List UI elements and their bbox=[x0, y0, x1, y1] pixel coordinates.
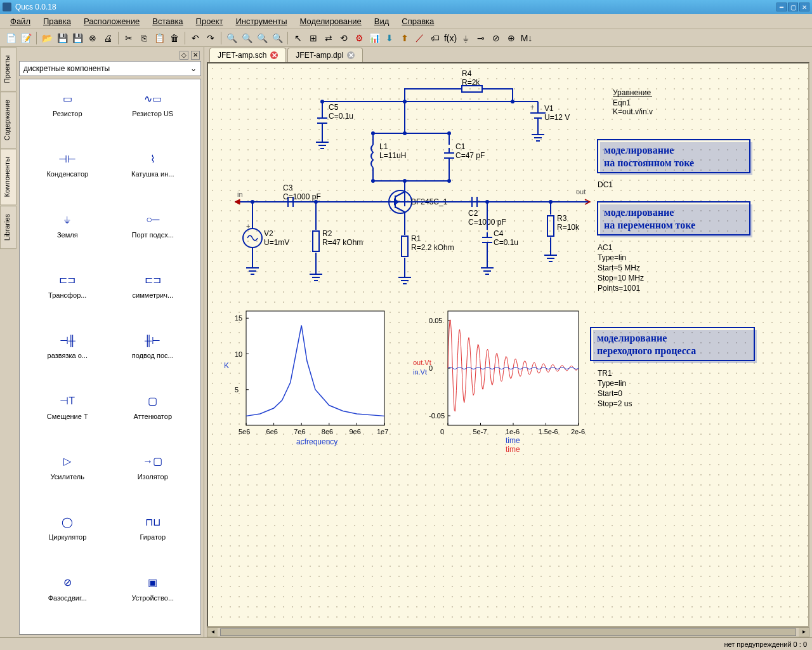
svg-text:in.Vt: in.Vt bbox=[413, 368, 427, 376]
open-icon[interactable]: 📂 bbox=[40, 31, 54, 45]
redo-icon[interactable]: ↷ bbox=[204, 31, 218, 45]
close-button[interactable]: ✕ bbox=[799, 3, 809, 11]
component-item[interactable]: ○─Порт подсх... bbox=[110, 206, 196, 266]
menu-file[interactable]: Файл bbox=[5, 15, 36, 27]
component-icon[interactable]: ⊞ bbox=[306, 31, 320, 45]
new-text-icon[interactable]: 📝 bbox=[19, 31, 33, 45]
zoom-fit-icon[interactable]: 🔍 bbox=[225, 31, 239, 45]
component-item[interactable]: ▷Усилитель bbox=[25, 448, 110, 508]
component-category-select[interactable]: дискретные компоненты ⌄ bbox=[19, 61, 201, 76]
component-item[interactable]: ⊓⊔Гиратор bbox=[110, 508, 196, 568]
save-all-icon[interactable]: 💾 bbox=[70, 31, 84, 45]
component-item[interactable]: ⊣⊢Конденсатор bbox=[25, 145, 110, 205]
scroll-left-icon[interactable]: ◂ bbox=[207, 628, 218, 637]
menu-help[interactable]: Справка bbox=[396, 15, 439, 27]
detach-icon[interactable]: ◇ bbox=[180, 51, 188, 60]
select-icon[interactable]: ↖ bbox=[291, 31, 305, 45]
component-item[interactable]: ⏚Земля bbox=[25, 206, 110, 266]
deactivate-icon[interactable]: ⊘ bbox=[489, 31, 503, 45]
component-item[interactable]: ⊘Фазосдвиг... bbox=[25, 569, 110, 629]
component-item[interactable]: ⊣TСмещение T bbox=[25, 387, 110, 448]
close-tab-icon[interactable]: ✕ bbox=[347, 51, 355, 59]
svg-text:DC1: DC1 bbox=[598, 180, 613, 189]
copy-icon[interactable]: ⎘ bbox=[137, 31, 151, 45]
forward-icon[interactable]: ⬆ bbox=[398, 31, 412, 45]
svg-text:1e-6: 1e-6 bbox=[506, 428, 520, 435]
tab-libraries[interactable]: Libraries bbox=[0, 206, 16, 249]
menu-view[interactable]: Вид bbox=[369, 15, 395, 27]
tab-projects[interactable]: Проекты bbox=[0, 47, 16, 91]
svg-text:C1: C1 bbox=[455, 142, 466, 151]
mirror-icon[interactable]: ⇄ bbox=[322, 31, 336, 45]
component-item[interactable]: ▢Аттенюатор bbox=[110, 387, 196, 448]
display-icon[interactable]: 📊 bbox=[367, 31, 381, 45]
window-title: Qucs 0.0.18 bbox=[15, 3, 776, 11]
ground-icon[interactable]: ⏚ bbox=[459, 31, 473, 45]
svg-text:Points=1001: Points=1001 bbox=[598, 284, 640, 293]
tab-components[interactable]: Компоненты bbox=[0, 149, 16, 205]
cut-icon[interactable]: ✂ bbox=[122, 31, 136, 45]
schematic-canvas[interactable]: C5C=0.1uR4R=2kV1U=12 V+L1L=11uHC1C=47 pF… bbox=[207, 62, 809, 627]
svg-text:R3: R3 bbox=[557, 214, 567, 223]
svg-text:5: 5 bbox=[235, 386, 239, 394]
component-label: симметрич... bbox=[132, 291, 173, 299]
svg-text:моделирование: моделирование bbox=[604, 145, 674, 156]
svg-point-19 bbox=[371, 179, 375, 183]
back-icon[interactable]: ⬇ bbox=[383, 31, 396, 45]
component-label: подвод пос... bbox=[132, 352, 174, 359]
component-icon: ⌇ bbox=[140, 151, 166, 166]
scroll-thumb[interactable] bbox=[220, 628, 796, 636]
component-item[interactable]: ▭Резистор bbox=[25, 84, 110, 145]
zoom-in-icon[interactable]: 🔍 bbox=[240, 31, 254, 45]
component-icon: ▭ bbox=[55, 91, 80, 106]
close-tab-icon[interactable]: ✕ bbox=[270, 51, 278, 59]
close-panel-icon[interactable]: ✕ bbox=[191, 51, 200, 60]
component-label: Усилитель bbox=[51, 473, 84, 481]
tab-display[interactable]: JFET-amp.dpl ✕ bbox=[287, 48, 363, 62]
wire-icon[interactable]: ／ bbox=[413, 31, 427, 45]
component-item[interactable]: ◯Циркулятор bbox=[25, 508, 110, 568]
side-tabs: Проекты Содержание Компоненты Libraries bbox=[0, 47, 16, 637]
component-item[interactable]: ⌇Катушка ин... bbox=[110, 145, 196, 205]
svg-text:C=1000 pF: C=1000 pF bbox=[283, 192, 321, 201]
menu-insert[interactable]: Вставка bbox=[147, 15, 188, 27]
menu-position[interactable]: Расположение bbox=[79, 15, 145, 27]
undo-icon[interactable]: ↶ bbox=[188, 31, 202, 45]
svg-point-8 bbox=[320, 100, 324, 103]
print-icon[interactable]: 🖨 bbox=[101, 31, 115, 45]
component-item[interactable]: ∿▭Резистор US bbox=[110, 84, 196, 145]
rotate-icon[interactable]: ⟲ bbox=[337, 31, 351, 45]
component-item[interactable]: ▣Устройство... bbox=[110, 569, 196, 629]
menu-edit[interactable]: Правка bbox=[38, 15, 76, 27]
set-marker-icon[interactable]: ⊕ bbox=[504, 31, 518, 45]
port-icon[interactable]: ⊸ bbox=[474, 31, 488, 45]
menu-tools[interactable]: Инструменты bbox=[230, 15, 292, 27]
menu-project[interactable]: Проект bbox=[191, 15, 228, 27]
zoom-reset-icon[interactable]: 🔍 bbox=[270, 31, 284, 45]
minimize-button[interactable]: ━ bbox=[776, 3, 787, 11]
marker-icon[interactable]: M↓ bbox=[520, 31, 534, 45]
horizontal-scrollbar[interactable]: ◂ ▸ bbox=[207, 627, 809, 637]
component-item[interactable]: ⊣╫развязка о... bbox=[25, 326, 110, 387]
paste-icon[interactable]: 📋 bbox=[152, 31, 166, 45]
delete-icon[interactable]: 🗑 bbox=[167, 31, 181, 45]
component-icon: ╫⊢ bbox=[140, 333, 166, 348]
component-item[interactable]: ⊏⊐Трансфор... bbox=[25, 266, 110, 326]
maximize-button[interactable]: ▢ bbox=[788, 3, 798, 11]
equation-icon[interactable]: f(x) bbox=[443, 31, 457, 45]
tab-contents[interactable]: Содержание bbox=[0, 91, 16, 149]
zoom-out-icon[interactable]: 🔍 bbox=[255, 31, 269, 45]
tab-schematic[interactable]: JFET-amp.sch ✕ bbox=[209, 48, 286, 62]
svg-text:0.05: 0.05 bbox=[429, 317, 442, 324]
component-item[interactable]: ⊏⊐симметрич... bbox=[110, 266, 196, 326]
menu-simulate[interactable]: Моделирование bbox=[294, 15, 366, 27]
save-icon[interactable]: 💾 bbox=[55, 31, 69, 45]
scroll-right-icon[interactable]: ▸ bbox=[799, 628, 809, 637]
close-doc-icon[interactable]: ⊗ bbox=[86, 31, 100, 45]
wire-label-icon[interactable]: 🏷 bbox=[428, 31, 442, 45]
component-item[interactable]: ╫⊢подвод пос... bbox=[110, 326, 196, 387]
simulate-icon[interactable]: ⚙ bbox=[352, 31, 366, 45]
component-item[interactable]: →▢Изолятор bbox=[110, 448, 196, 508]
new-icon[interactable]: 📄 bbox=[4, 31, 18, 45]
component-icon: ∿▭ bbox=[140, 91, 166, 106]
